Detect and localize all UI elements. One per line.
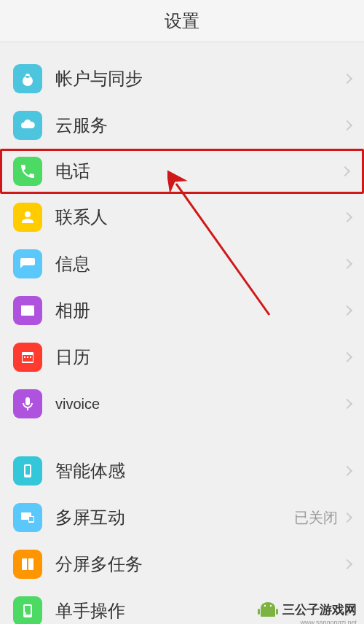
calendar-icon — [13, 343, 42, 372]
watermark: 三公子游戏网 — [258, 601, 357, 618]
chevron-right-icon — [342, 212, 352, 222]
item-label: vivoice — [55, 396, 344, 413]
cloud-icon — [13, 111, 42, 140]
svg-rect-6 — [28, 558, 33, 570]
multi-icon — [13, 503, 42, 532]
hand-icon — [13, 596, 42, 624]
item-status: 已关闭 — [294, 508, 338, 528]
chevron-right-icon — [342, 74, 352, 84]
watermark-url: www.sangongzi.net — [300, 619, 357, 624]
settings-item-calendar[interactable]: 日历 — [0, 334, 364, 381]
svg-rect-5 — [22, 558, 27, 570]
settings-item-album[interactable]: 相册 — [0, 287, 364, 334]
smart-icon — [13, 456, 42, 485]
watermark-logo-icon — [258, 601, 278, 618]
item-label: 多屏互动 — [55, 506, 294, 529]
svg-rect-13 — [258, 609, 260, 615]
chevron-right-icon — [340, 166, 350, 176]
account-icon — [13, 64, 42, 93]
svg-point-11 — [264, 605, 266, 607]
item-label: 分屏多任务 — [55, 553, 344, 576]
chevron-right-icon — [342, 352, 352, 362]
item-label: 联系人 — [55, 206, 344, 229]
settings-item-splitscreen[interactable]: 分屏多任务 — [0, 541, 364, 588]
watermark-text: 三公子游戏网 — [282, 601, 357, 618]
svg-rect-14 — [276, 609, 278, 615]
item-label: 信息 — [55, 252, 344, 276]
voice-icon — [13, 389, 42, 418]
chevron-right-icon — [342, 559, 352, 569]
settings-content: 帐户与同步 云服务 电话 联系人 — [0, 42, 364, 624]
item-label: 相册 — [55, 299, 344, 322]
header: 设置 — [0, 0, 364, 42]
svg-rect-4 — [29, 517, 33, 521]
settings-item-phone[interactable]: 电话 — [0, 149, 364, 194]
page-title: 设置 — [165, 9, 199, 33]
message-icon — [13, 249, 42, 278]
item-label: 智能体感 — [55, 459, 344, 483]
chevron-right-icon — [342, 399, 352, 409]
svg-point-12 — [270, 605, 272, 607]
phone-icon — [13, 157, 42, 186]
svg-rect-1 — [25, 466, 30, 475]
album-icon — [13, 296, 42, 325]
settings-item-contacts[interactable]: 联系人 — [0, 194, 364, 241]
chevron-right-icon — [342, 466, 352, 476]
settings-item-multiscreen[interactable]: 多屏互动 已关闭 — [0, 494, 364, 541]
section-1: 帐户与同步 云服务 电话 联系人 — [0, 55, 364, 427]
settings-item-smart[interactable]: 智能体感 — [0, 448, 364, 494]
split-icon — [13, 550, 42, 579]
item-label: 电话 — [55, 160, 341, 183]
settings-item-vivoice[interactable]: vivoice — [0, 381, 364, 427]
chevron-right-icon — [342, 120, 352, 130]
section-2: 智能体感 多屏互动 已关闭 分屏多任务 单手操作 — [0, 448, 364, 624]
settings-item-account[interactable]: 帐户与同步 — [0, 55, 364, 102]
item-label: 云服务 — [55, 114, 344, 137]
settings-item-cloud[interactable]: 云服务 — [0, 102, 364, 149]
item-label: 帐户与同步 — [55, 67, 344, 90]
svg-rect-10 — [261, 609, 275, 617]
chevron-right-icon — [342, 305, 352, 316]
chevron-right-icon — [342, 512, 352, 523]
settings-item-message[interactable]: 信息 — [0, 241, 364, 287]
item-label: 日历 — [55, 346, 344, 369]
chevron-right-icon — [342, 259, 352, 269]
contacts-icon — [13, 203, 42, 232]
